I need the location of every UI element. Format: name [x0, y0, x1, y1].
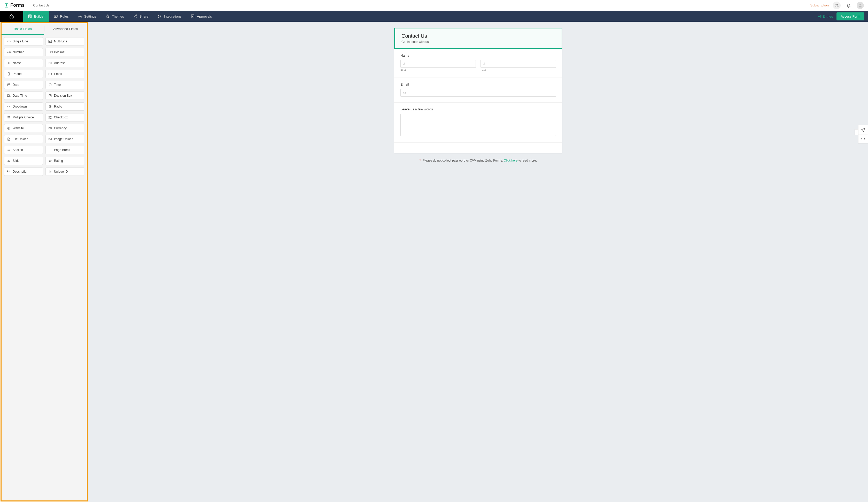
field-single-line[interactable]: Single Line	[4, 37, 43, 46]
dropdown-icon	[7, 105, 11, 108]
field-time[interactable]: Time	[45, 81, 84, 89]
user-avatar[interactable]	[857, 2, 864, 9]
svg-rect-11	[7, 41, 10, 42]
nav-settings[interactable]: Settings	[73, 11, 101, 22]
field-date[interactable]: Date	[4, 81, 43, 89]
field-decimal[interactable]: .00Decimal	[45, 48, 84, 56]
field-slider[interactable]: Slider	[4, 157, 43, 165]
tab-advanced-fields[interactable]: Advanced Fields	[44, 23, 87, 34]
nav-themes-label: Themes	[112, 14, 124, 18]
footer-link[interactable]: Click here	[504, 159, 517, 162]
main-nav: Builder Rules Settings Themes Share Inte…	[0, 11, 868, 22]
svg-point-3	[859, 4, 861, 6]
form-canvas: Contact Us Get in touch with us! Name Fi…	[88, 22, 868, 502]
asterisk: *	[420, 159, 421, 162]
builder-icon	[28, 14, 32, 18]
form-field-message[interactable]: Leave us a few words	[394, 103, 562, 143]
field-decision-box[interactable]: Decision Box	[45, 91, 84, 100]
svg-point-36	[484, 63, 485, 64]
svg-rect-17	[49, 73, 52, 75]
field-checkbox[interactable]: Checkbox	[45, 113, 84, 121]
all-entries-link[interactable]: All Entries	[818, 14, 833, 18]
field-rating[interactable]: Rating	[45, 157, 84, 165]
field-file-upload[interactable]: File Upload	[4, 135, 43, 143]
field-address[interactable]: Address	[45, 59, 84, 67]
svg-point-35	[404, 63, 405, 64]
tab-basic-fields[interactable]: Basic Fields	[1, 23, 44, 34]
image-upload-icon	[48, 137, 52, 141]
nav-integrations[interactable]: Integrations	[153, 11, 186, 22]
form-field-name[interactable]: Name First Last	[394, 49, 562, 78]
tool-send[interactable]	[858, 125, 868, 134]
email-icon	[48, 72, 52, 76]
first-sublabel: First	[400, 69, 476, 72]
tool-embed[interactable]	[858, 134, 868, 143]
email-input[interactable]	[400, 89, 556, 97]
field-number[interactable]: 123Number	[4, 48, 43, 56]
unique-id-icon	[48, 170, 52, 173]
single-line-icon	[7, 40, 11, 43]
svg-rect-18	[8, 84, 10, 86]
nav-builder-label: Builder	[34, 14, 44, 18]
svg-point-15	[49, 63, 50, 63]
bell-icon	[846, 3, 851, 8]
form-header[interactable]: Contact Us Get in touch with us!	[394, 28, 562, 49]
person-icon	[402, 62, 406, 66]
nav-settings-label: Settings	[84, 14, 96, 18]
field-multi-line[interactable]: Multi Line	[45, 37, 84, 46]
code-icon	[861, 137, 865, 141]
slider-icon	[7, 159, 11, 163]
right-tools-toggle[interactable]	[855, 129, 858, 135]
svg-point-8	[134, 16, 135, 17]
users-button[interactable]	[833, 1, 840, 9]
last-name-input[interactable]	[480, 60, 556, 68]
chevron-right-icon	[855, 131, 857, 133]
nav-share[interactable]: Share	[129, 11, 153, 22]
notifications-button[interactable]	[845, 1, 852, 9]
svg-point-25	[50, 106, 51, 107]
field-phone[interactable]: Phone	[4, 70, 43, 78]
person-icon	[7, 61, 11, 65]
last-sublabel: Last	[480, 69, 556, 72]
app-logo[interactable]: Forms	[4, 2, 24, 8]
footer-note: * Please do not collect password or CVV …	[420, 159, 537, 162]
nav-integrations-label: Integrations	[164, 14, 181, 18]
gear-icon	[78, 14, 82, 18]
section-icon	[7, 148, 11, 152]
svg-point-1	[836, 4, 837, 5]
field-page-break[interactable]: Page Break	[45, 146, 84, 154]
nav-home[interactable]	[0, 11, 23, 22]
nav-rules[interactable]: Rules	[49, 11, 73, 22]
field-unique-id[interactable]: Unique ID	[45, 168, 84, 176]
app-name: Forms	[10, 2, 24, 8]
share-icon	[133, 14, 137, 18]
field-date-time[interactable]: Date-Time	[4, 91, 43, 100]
field-section[interactable]: Section	[4, 146, 43, 154]
svg-point-2	[837, 4, 838, 5]
svg-rect-37	[403, 92, 406, 94]
field-email[interactable]: Email	[45, 70, 84, 78]
form-field-email[interactable]: Email	[394, 78, 562, 103]
field-name[interactable]: Name	[4, 59, 43, 67]
access-form-button[interactable]: Access Form	[836, 12, 865, 20]
field-multiple-choice[interactable]: Multiple Choice	[4, 113, 43, 121]
svg-point-13	[8, 62, 9, 63]
field-currency[interactable]: Currency	[45, 124, 84, 132]
nav-approvals[interactable]: Approvals	[186, 11, 216, 22]
address-icon	[48, 61, 52, 65]
field-image-upload[interactable]: Image Upload	[45, 135, 84, 143]
field-website[interactable]: Website	[4, 124, 43, 132]
nav-approvals-label: Approvals	[197, 14, 212, 18]
field-dropdown[interactable]: Dropdown	[4, 102, 43, 111]
message-textarea[interactable]	[400, 114, 556, 136]
field-description[interactable]: AaDescription	[4, 168, 43, 176]
breadcrumb[interactable]: Contact Us	[33, 3, 50, 7]
field-radio[interactable]: Radio	[45, 102, 84, 111]
radio-icon	[48, 105, 52, 108]
page-break-icon	[48, 148, 52, 152]
nav-themes[interactable]: Themes	[101, 11, 129, 22]
subscription-link[interactable]: Subscription	[810, 3, 829, 7]
first-name-input[interactable]	[400, 60, 476, 68]
fields-panel: Basic Fields Advanced Fields Single Line…	[1, 22, 88, 502]
nav-builder[interactable]: Builder	[23, 11, 49, 22]
